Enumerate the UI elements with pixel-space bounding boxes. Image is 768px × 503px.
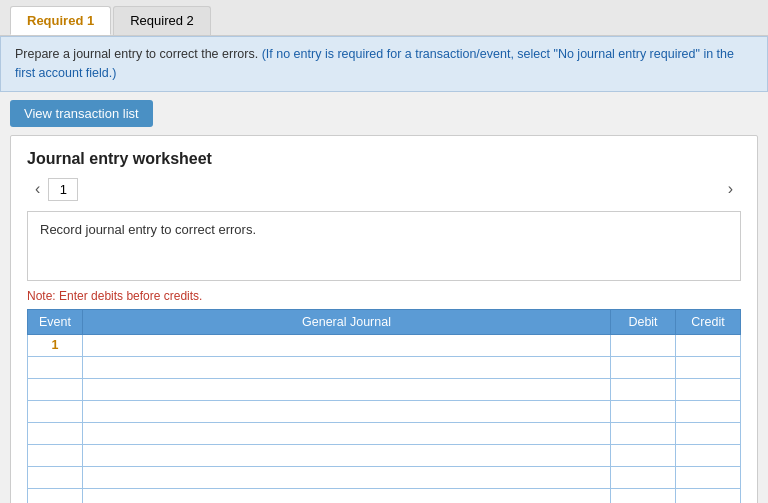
input-general-journal[interactable] <box>87 382 606 396</box>
table-row <box>28 422 741 444</box>
input-debit[interactable] <box>615 404 671 418</box>
input-credit[interactable] <box>680 470 736 484</box>
toolbar: View transaction list <box>0 92 768 135</box>
input-general-journal[interactable] <box>87 426 606 440</box>
cell-event: 1 <box>28 334 83 356</box>
input-general-journal[interactable] <box>87 404 606 418</box>
table-row <box>28 378 741 400</box>
input-credit[interactable] <box>680 404 736 418</box>
cell-event <box>28 466 83 488</box>
input-debit[interactable] <box>615 426 671 440</box>
page-number: 1 <box>48 178 78 201</box>
prev-page-arrow[interactable]: ‹ <box>27 178 48 200</box>
cell-credit[interactable] <box>676 400 741 422</box>
table-row <box>28 488 741 503</box>
input-credit[interactable] <box>680 426 736 440</box>
table-row <box>28 400 741 422</box>
journal-table: Event General Journal Debit Credit 1 <box>27 309 741 504</box>
cell-credit[interactable] <box>676 488 741 503</box>
table-row <box>28 444 741 466</box>
input-debit[interactable] <box>615 448 671 462</box>
col-header-general-journal: General Journal <box>83 309 611 334</box>
col-header-event: Event <box>28 309 83 334</box>
worksheet-container: Journal entry worksheet ‹ 1 › Record jou… <box>10 135 758 504</box>
cell-credit[interactable] <box>676 466 741 488</box>
input-credit[interactable] <box>680 360 736 374</box>
cell-debit[interactable] <box>611 378 676 400</box>
description-box: Record journal entry to correct errors. <box>27 211 741 281</box>
cell-credit[interactable] <box>676 422 741 444</box>
cell-event <box>28 356 83 378</box>
cell-debit[interactable] <box>611 466 676 488</box>
cell-general-journal[interactable] <box>83 334 611 356</box>
input-debit[interactable] <box>615 382 671 396</box>
input-debit[interactable] <box>615 338 671 352</box>
pagination-row: ‹ 1 › <box>27 178 741 201</box>
cell-general-journal[interactable] <box>83 378 611 400</box>
input-credit[interactable] <box>680 382 736 396</box>
input-general-journal[interactable] <box>87 448 606 462</box>
cell-credit[interactable] <box>676 378 741 400</box>
col-header-debit: Debit <box>611 309 676 334</box>
cell-debit[interactable] <box>611 444 676 466</box>
table-row <box>28 466 741 488</box>
cell-debit[interactable] <box>611 488 676 503</box>
tabs-bar: Required 1 Required 2 <box>0 0 768 36</box>
input-credit[interactable] <box>680 338 736 352</box>
input-debit[interactable] <box>615 492 671 503</box>
input-debit[interactable] <box>615 360 671 374</box>
input-general-journal[interactable] <box>87 338 606 352</box>
worksheet-title: Journal entry worksheet <box>27 150 741 168</box>
table-header-row: Event General Journal Debit Credit <box>28 309 741 334</box>
cell-general-journal[interactable] <box>83 400 611 422</box>
cell-general-journal[interactable] <box>83 422 611 444</box>
cell-event <box>28 488 83 503</box>
cell-debit[interactable] <box>611 422 676 444</box>
instruction-bar: Prepare a journal entry to correct the e… <box>0 36 768 92</box>
table-row <box>28 356 741 378</box>
note-text: Note: Enter debits before credits. <box>27 289 741 303</box>
cell-general-journal[interactable] <box>83 444 611 466</box>
input-credit[interactable] <box>680 492 736 503</box>
cell-debit[interactable] <box>611 334 676 356</box>
cell-general-journal[interactable] <box>83 488 611 503</box>
view-transaction-list-button[interactable]: View transaction list <box>10 100 153 127</box>
col-header-credit: Credit <box>676 309 741 334</box>
cell-debit[interactable] <box>611 400 676 422</box>
cell-debit[interactable] <box>611 356 676 378</box>
cell-credit[interactable] <box>676 444 741 466</box>
cell-credit[interactable] <box>676 356 741 378</box>
tab-required-2[interactable]: Required 2 <box>113 6 211 35</box>
description-text: Record journal entry to correct errors. <box>40 222 256 237</box>
cell-event <box>28 444 83 466</box>
input-general-journal[interactable] <box>87 360 606 374</box>
cell-event <box>28 378 83 400</box>
cell-general-journal[interactable] <box>83 466 611 488</box>
input-credit[interactable] <box>680 448 736 462</box>
input-general-journal[interactable] <box>87 492 606 503</box>
cell-event <box>28 400 83 422</box>
cell-general-journal[interactable] <box>83 356 611 378</box>
table-row: 1 <box>28 334 741 356</box>
input-debit[interactable] <box>615 470 671 484</box>
tab-required-1[interactable]: Required 1 <box>10 6 111 35</box>
cell-credit[interactable] <box>676 334 741 356</box>
next-page-arrow[interactable]: › <box>720 178 741 200</box>
input-general-journal[interactable] <box>87 470 606 484</box>
cell-event <box>28 422 83 444</box>
instruction-main: Prepare a journal entry to correct the e… <box>15 47 258 61</box>
